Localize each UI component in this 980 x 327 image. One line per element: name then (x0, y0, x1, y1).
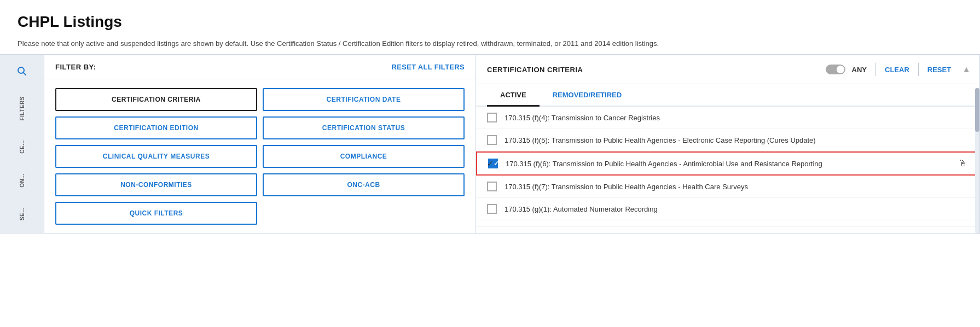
criteria-tabs: ACTIVE REMOVED/RETIRED (476, 84, 979, 107)
reset-all-button[interactable]: RESET ALL FILTERS (392, 63, 465, 71)
filter-by-panel: FILTER BY: RESET ALL FILTERS CERTIFICATI… (44, 55, 476, 234)
any-toggle[interactable] (826, 65, 845, 74)
clear-button[interactable]: CLEAR (885, 66, 909, 74)
search-icon[interactable] (12, 61, 32, 81)
criteria-text-f6: 170.315 (f)(6): Transmission to Public H… (506, 160, 822, 168)
filter-btn-compliance[interactable]: COMPLIANCE (263, 145, 465, 168)
checkbox-f5[interactable] (487, 135, 497, 145)
divider2 (918, 63, 919, 76)
sidebar-label-ce: Ce... (19, 140, 25, 154)
filter-btn-certification-edition[interactable]: CERTIFICATION EDITION (55, 116, 257, 139)
criteria-text-f5: 170.315 (f)(5): Transmission to Public H… (505, 136, 816, 144)
criteria-item-g1[interactable]: 170.315 (g)(1): Automated Numerator Reco… (476, 198, 979, 220)
checkbox-f6[interactable]: ✓ (488, 159, 498, 168)
filter-by-header: FILTER BY: RESET ALL FILTERS (44, 55, 475, 79)
left-outer-sidebar: FILTERS Ce... ON... SE... (0, 55, 44, 234)
tab-active[interactable]: ACTIVE (487, 84, 540, 106)
checkbox-f7[interactable] (487, 182, 497, 191)
criteria-text-f7: 170.315 (f)(7): Transmission to Public H… (505, 183, 748, 191)
filter-btn-certification-criteria[interactable]: CERTIFICATION CRITERIA (55, 88, 257, 111)
page-note: Please note that only active and suspend… (18, 39, 962, 48)
scroll-up-icon[interactable]: ▲ (962, 65, 971, 74)
criteria-header: CERTIFICATION CRITERIA ANY CLEAR RESET ▲ (476, 55, 979, 84)
criteria-text-g1: 170.315 (g)(1): Automated Numerator Reco… (505, 205, 658, 213)
svg-line-1 (24, 73, 26, 75)
criteria-scrollbar[interactable] (975, 88, 979, 233)
checkbox-g1[interactable] (487, 204, 497, 214)
criteria-panel: CERTIFICATION CRITERIA ANY CLEAR RESET ▲… (476, 55, 980, 234)
criteria-list: 170.315 (f)(4): Transmission to Cancer R… (476, 107, 979, 233)
sidebar-label-on: ON... (19, 173, 25, 188)
sidebar-labels: FILTERS Ce... ON... SE... (15, 96, 30, 220)
filter-by-label: FILTER BY: (55, 63, 96, 71)
tab-removed-retired[interactable]: REMOVED/RETIRED (540, 84, 635, 106)
criteria-text-f4: 170.315 (f)(4): Transmission to Cancer R… (505, 114, 660, 122)
page-title: CHPL Listings (18, 13, 962, 31)
filter-area: FILTERS Ce... ON... SE... FILTER BY: RES… (0, 55, 980, 234)
criteria-item-f7[interactable]: 170.315 (f)(7): Transmission to Public H… (476, 176, 979, 198)
any-label: ANY (852, 66, 867, 74)
criteria-header-actions: ANY CLEAR RESET ▲ (826, 63, 971, 76)
filter-btn-certification-status[interactable]: CERTIFICATION STATUS (263, 116, 465, 139)
criteria-item-f6[interactable]: ✓ 170.315 (f)(6): Transmission to Public… (476, 151, 979, 176)
reset-button[interactable]: RESET (927, 66, 951, 74)
sidebar-label-filter: FILTERS (19, 96, 25, 120)
checkbox-f4[interactable] (487, 113, 497, 122)
page-header: CHPL Listings Please note that only acti… (0, 0, 980, 54)
filter-btn-non-conformities[interactable]: NON-CONFORMITIES (55, 173, 257, 196)
filter-btn-certification-date[interactable]: CERTIFICATION DATE (263, 88, 465, 111)
criteria-scrollbar-thumb[interactable] (975, 88, 979, 132)
filter-btn-clinical-quality-measures[interactable]: CLINICAL QUALITY MEASURES (55, 145, 257, 168)
sidebar-label-se: SE... (19, 207, 25, 220)
filter-btn-onc-acb[interactable]: ONC-ACB (263, 173, 465, 196)
criteria-title: CERTIFICATION CRITERIA (487, 66, 583, 74)
divider (875, 63, 876, 76)
filter-buttons-grid: CERTIFICATION CRITERIA CERTIFICATION DAT… (44, 79, 475, 233)
cursor-icon: 🖱 (959, 159, 967, 168)
criteria-item-f5[interactable]: 170.315 (f)(5): Transmission to Public H… (476, 129, 979, 151)
filter-btn-quick-filters[interactable]: QUICK FILTERS (55, 202, 257, 225)
criteria-item-partial (476, 220, 979, 227)
criteria-item-f4[interactable]: 170.315 (f)(4): Transmission to Cancer R… (476, 107, 979, 129)
page-container: CHPL Listings Please note that only acti… (0, 0, 980, 327)
